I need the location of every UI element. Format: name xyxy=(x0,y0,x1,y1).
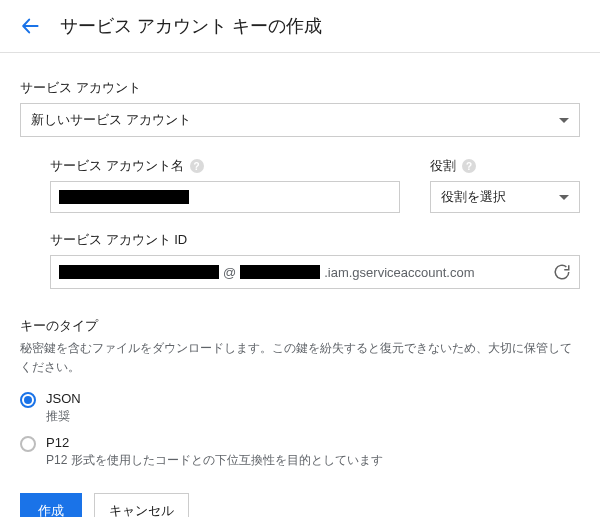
create-button[interactable]: 作成 xyxy=(20,493,82,517)
keytype-option-json[interactable]: JSON 推奨 xyxy=(20,391,580,425)
radio-selected-icon xyxy=(20,392,36,408)
keytype-p12-label: P12 xyxy=(46,435,383,450)
back-arrow-icon[interactable] xyxy=(20,15,42,37)
refresh-icon[interactable] xyxy=(553,263,571,281)
role-selected: 役割を選択 xyxy=(441,188,506,206)
role-field-label: 役割 xyxy=(430,157,456,175)
id-input[interactable]: @ .iam.gserviceaccount.com xyxy=(50,255,580,289)
keytype-title: キーのタイプ xyxy=(20,317,580,335)
chevron-down-icon xyxy=(559,195,569,200)
keytype-option-p12[interactable]: P12 P12 形式を使用したコードとの下位互換性を目的としています xyxy=(20,435,580,469)
redacted-name-value xyxy=(59,190,189,204)
service-account-label: サービス アカウント xyxy=(20,79,580,97)
name-field-label: サービス アカウント名 xyxy=(50,157,184,175)
chevron-down-icon xyxy=(559,118,569,123)
help-icon[interactable]: ? xyxy=(190,159,204,173)
keytype-json-sub: 推奨 xyxy=(46,408,81,425)
radio-unselected-icon xyxy=(20,436,36,452)
cancel-button[interactable]: キャンセル xyxy=(94,493,189,517)
redacted-id-value xyxy=(59,265,219,279)
keytype-desc: 秘密鍵を含むファイルをダウンロードします。この鍵を紛失すると復元できないため、大… xyxy=(20,339,580,377)
keytype-json-label: JSON xyxy=(46,391,81,406)
role-select[interactable]: 役割を選択 xyxy=(430,181,580,213)
keytype-p12-sub: P12 形式を使用したコードとの下位互換性を目的としています xyxy=(46,452,383,469)
redacted-domain xyxy=(240,265,320,279)
service-account-select[interactable]: 新しいサービス アカウント xyxy=(20,103,580,137)
id-field-label: サービス アカウント ID xyxy=(50,231,580,249)
id-at: @ xyxy=(223,265,236,280)
name-input[interactable] xyxy=(50,181,400,213)
service-account-selected: 新しいサービス アカウント xyxy=(31,111,191,129)
help-icon[interactable]: ? xyxy=(462,159,476,173)
id-suffix: .iam.gserviceaccount.com xyxy=(324,265,474,280)
page-title: サービス アカウント キーの作成 xyxy=(60,14,322,38)
